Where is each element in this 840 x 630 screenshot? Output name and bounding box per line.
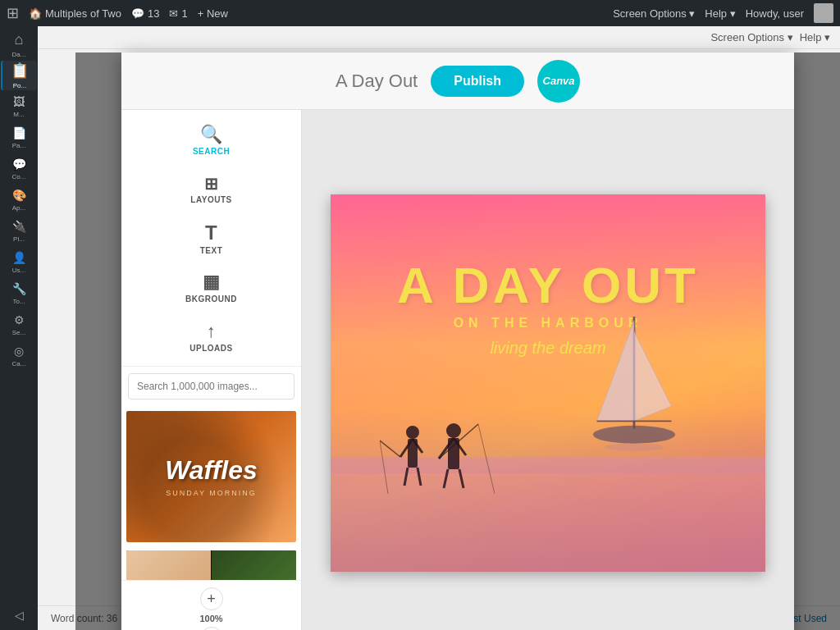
messages-bar-item[interactable]: ✉ 1 xyxy=(169,7,187,20)
zoom-level: 100% xyxy=(199,614,222,623)
help-label[interactable]: Help ▾ xyxy=(800,31,830,43)
svg-marker-2 xyxy=(634,331,671,421)
uploads-tab-label: UPLOADS xyxy=(189,344,232,353)
layouts-tab-label: LAYOUTS xyxy=(190,195,231,204)
wp-sidebar: ⌂ Da... 📋 Po... 🖼 M... 📄 Pa... 💬 Co... 🎨… xyxy=(0,26,38,630)
wp-logo-icon: ⊞ xyxy=(7,4,19,22)
posts-icon: 📋 xyxy=(11,62,29,80)
dashboard-icon: ⌂ xyxy=(15,31,24,48)
top-bar: Screen Options ▾ Help ▾ xyxy=(38,26,840,49)
tab-uploads[interactable]: ↑ UPLOADS xyxy=(175,313,249,359)
svg-point-14 xyxy=(446,423,461,438)
sidebar-media-label: M... xyxy=(13,111,24,118)
search-tab-icon: 🔍 xyxy=(200,124,223,145)
background-tab-icon: ▦ xyxy=(203,272,221,293)
users-icon: 👤 xyxy=(12,251,26,264)
sidebar-collapse-button[interactable]: ◁ xyxy=(1,600,37,630)
collapse-icon: ◁ xyxy=(15,609,24,622)
admin-bar: ⊞ 🏠 Multiples of Two 💬 13 ✉ 1 + New Scre… xyxy=(0,0,840,26)
sidebar-settings-label: Se... xyxy=(12,329,25,336)
svg-line-21 xyxy=(478,424,495,494)
left-panel: 🔍 SEARCH ⊞ LAYOUTS T TEXT xyxy=(121,110,302,630)
background-tab-label: BKGROUND xyxy=(185,294,237,304)
canvas-main-title: A DAY OUT xyxy=(355,260,741,311)
sidebar-posts-label: Po... xyxy=(13,82,26,89)
sailboat-illustration xyxy=(568,309,700,473)
zoom-out-button[interactable]: − xyxy=(200,627,223,630)
svg-line-12 xyxy=(380,441,400,457)
sidebar-users-label: Us... xyxy=(12,267,25,274)
sidebar-appearance-label: Ap... xyxy=(12,204,25,212)
tab-search[interactable]: 🔍 SEARCH xyxy=(175,116,249,162)
svg-line-13 xyxy=(380,441,388,494)
publish-button[interactable]: Publish xyxy=(431,66,524,97)
sidebar-item-appearance[interactable]: 🎨 Ap... xyxy=(1,185,37,215)
template-dayspa[interactable]: DAY SPA — luxury package — ENTER HERE xyxy=(125,549,298,580)
canva-body: 🔍 SEARCH ⊞ LAYOUTS T TEXT xyxy=(121,110,794,630)
comments-icon: 💬 xyxy=(12,158,26,171)
sidebar-item-settings[interactable]: ⚙ Se... xyxy=(1,310,37,340)
svg-line-19 xyxy=(459,469,463,488)
tab-text[interactable]: T TEXT xyxy=(175,215,249,261)
new-content-button[interactable]: + New xyxy=(198,7,228,20)
uploads-tab-icon: ↑ xyxy=(207,321,217,342)
help-button[interactable]: Help ▾ xyxy=(705,7,735,20)
sidebar-item-posts[interactable]: 📋 Po... xyxy=(1,61,37,90)
search-area xyxy=(121,366,301,406)
tab-background[interactable]: ▦ BKGROUND xyxy=(175,264,249,310)
canva-overlay: A Day Out Publish Canva 🔍 SEAR xyxy=(75,52,840,630)
site-name[interactable]: 🏠 Multiples of Two xyxy=(29,7,121,20)
waffles-title: Waffles xyxy=(165,456,258,485)
layouts-tab-icon: ⊞ xyxy=(204,174,219,194)
svg-point-6 xyxy=(406,426,419,439)
waffles-subtitle: Sunday Morning xyxy=(165,489,258,497)
design-canvas: A DAY OUT ON THE HARBOUR living the drea… xyxy=(331,194,765,572)
pages-icon: 📄 xyxy=(12,126,26,139)
image-search-input[interactable] xyxy=(128,373,294,399)
svg-line-18 xyxy=(444,469,448,488)
svg-line-11 xyxy=(418,468,421,486)
sidebar-item-tools[interactable]: 🔧 To... xyxy=(1,279,37,308)
canva-logo[interactable]: Canva xyxy=(537,60,580,103)
comments-bar-item[interactable]: 💬 13 xyxy=(131,7,159,20)
message-icon: ✉ xyxy=(169,7,178,20)
sidebar-canva-label: Ca... xyxy=(12,360,26,368)
svg-point-5 xyxy=(605,444,664,451)
sidebar-dashboard-label: Da... xyxy=(12,51,26,58)
canva-design-title: A Day Out xyxy=(336,71,418,92)
howdy-label: Howdy, user xyxy=(746,7,804,20)
tools-icon: 🔧 xyxy=(12,282,26,295)
canva-sidebar-icon: ◎ xyxy=(14,345,24,358)
sidebar-item-plugins[interactable]: 🔌 Pl... xyxy=(1,217,37,246)
content-area: Screen Options ▾ Help ▾ A Day Out Publis… xyxy=(38,26,840,630)
sidebar-item-dashboard[interactable]: ⌂ Da... xyxy=(1,30,37,59)
home-icon: 🏠 xyxy=(29,7,42,20)
plugins-icon: 🔌 xyxy=(12,220,26,233)
canva-modal: A Day Out Publish Canva 🔍 SEAR xyxy=(121,52,794,630)
search-tab-label: SEARCH xyxy=(193,147,230,156)
templates-list: Waffles Sunday Morning xyxy=(121,406,301,580)
appearance-icon: 🎨 xyxy=(12,189,26,202)
panel-tabs: 🔍 SEARCH ⊞ LAYOUTS T TEXT xyxy=(121,110,301,366)
sidebar-item-pages[interactable]: 📄 Pa... xyxy=(1,123,37,153)
canva-header: A Day Out Publish Canva xyxy=(121,52,794,110)
sidebar-pages-label: Pa... xyxy=(12,142,25,149)
main-layout: ⌂ Da... 📋 Po... 🖼 M... 📄 Pa... 💬 Co... 🎨… xyxy=(0,26,840,630)
right-canvas: A DAY OUT ON THE HARBOUR living the drea… xyxy=(302,110,794,630)
fishermen-silhouettes xyxy=(380,416,495,498)
settings-icon: ⚙ xyxy=(14,313,25,326)
screen-options[interactable]: Screen Options ▾ xyxy=(613,7,695,20)
sidebar-item-users[interactable]: 👤 Us... xyxy=(1,248,37,277)
sidebar-item-comments[interactable]: 💬 Co... xyxy=(1,154,37,184)
template-waffles[interactable]: Waffles Sunday Morning xyxy=(125,409,298,544)
user-avatar[interactable] xyxy=(814,3,833,23)
zoom-in-button[interactable]: + xyxy=(200,587,223,610)
zoom-controls: + 100% − xyxy=(121,580,301,630)
svg-point-4 xyxy=(593,426,675,444)
svg-line-10 xyxy=(404,468,408,486)
screen-options-label[interactable]: Screen Options ▾ xyxy=(710,31,792,43)
sidebar-item-canva[interactable]: ◎ Ca... xyxy=(1,341,37,371)
text-tab-icon: T xyxy=(205,221,217,244)
tab-layouts[interactable]: ⊞ LAYOUTS xyxy=(175,166,249,212)
sidebar-item-media[interactable]: 🖼 M... xyxy=(1,92,37,121)
